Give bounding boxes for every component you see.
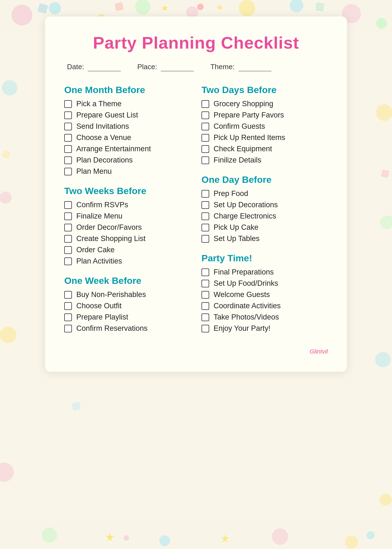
section-one-week-before: One Week Before Buy Non-Perishables Choo… xyxy=(64,275,191,333)
list-item: Pick Up Rented Items xyxy=(201,133,328,142)
section-two-weeks-before-title: Two Weeks Before xyxy=(64,186,191,196)
checkbox[interactable] xyxy=(201,224,209,231)
list-item: Confirm Reservations xyxy=(64,324,191,333)
date-field: Date: xyxy=(67,62,121,71)
list-item: Check Equipment xyxy=(201,145,328,153)
checkbox[interactable] xyxy=(64,313,72,321)
checkbox[interactable] xyxy=(64,145,72,153)
section-one-month-before-title: One Month Before xyxy=(64,85,191,95)
item-label: Pick a Theme xyxy=(76,100,122,108)
section-one-week-before-title: One Week Before xyxy=(64,275,191,286)
checkbox[interactable] xyxy=(201,235,209,243)
item-label: Order Decor/Favors xyxy=(76,223,142,232)
list-item: Create Shopping List xyxy=(64,234,191,243)
item-label: Send Invitations xyxy=(76,122,129,131)
place-field: Place: xyxy=(137,62,194,71)
item-label: Enjoy Your Party! xyxy=(214,324,270,333)
checkbox[interactable] xyxy=(201,268,209,276)
list-item: Confirm RSVPs xyxy=(64,201,191,209)
checkbox[interactable] xyxy=(64,123,72,130)
section-two-days-before: Two Days Before Grocery Shopping Prepare… xyxy=(201,85,328,164)
item-label: Plan Menu xyxy=(76,167,112,176)
watermark: Glintvil xyxy=(64,348,328,355)
item-label: Take Photos/Videos xyxy=(214,313,279,321)
section-one-day-before-title: One Day Before xyxy=(201,174,328,185)
item-label: Coordinate Activities xyxy=(214,302,281,310)
section-one-month-before: One Month Before Pick a Theme Prepare Gu… xyxy=(64,85,191,176)
section-two-weeks-before: Two Weeks Before Confirm RSVPs Finalize … xyxy=(64,186,191,265)
checkbox[interactable] xyxy=(64,246,72,254)
item-label: Finilize Details xyxy=(214,156,261,164)
item-label: Choose Outfit xyxy=(76,302,122,310)
checkbox[interactable] xyxy=(64,235,72,243)
checkbox[interactable] xyxy=(201,201,209,209)
checkbox[interactable] xyxy=(64,100,72,108)
item-label: Prepare Playlist xyxy=(76,313,128,321)
checkbox[interactable] xyxy=(64,302,72,310)
item-label: Choose a Venue xyxy=(76,133,131,142)
item-label: Check Equipment xyxy=(214,145,272,153)
item-label: Final Preparations xyxy=(214,268,274,276)
item-label: Welcome Guests xyxy=(214,290,270,299)
item-label: Prepare Guest List xyxy=(76,111,138,119)
checkbox[interactable] xyxy=(201,134,209,142)
theme-label: Theme: xyxy=(210,63,234,71)
checkbox[interactable] xyxy=(201,145,209,153)
item-label: Buy Non-Perishables xyxy=(76,290,146,299)
checkbox[interactable] xyxy=(201,100,209,108)
checkbox[interactable] xyxy=(64,257,72,265)
checkbox[interactable] xyxy=(64,134,72,142)
checkbox[interactable] xyxy=(64,325,72,332)
list-item: Choose a Venue xyxy=(64,133,191,142)
right-column: Two Days Before Grocery Shopping Prepare… xyxy=(201,85,328,343)
item-label: Plan Activities xyxy=(76,257,122,265)
checkbox[interactable] xyxy=(64,111,72,119)
date-label: Date: xyxy=(67,63,84,71)
place-label: Place: xyxy=(137,63,157,71)
list-item: Coordinate Activities xyxy=(201,302,328,310)
list-item: Plan Decorations xyxy=(64,156,191,164)
item-label: Set Up Food/Drinks xyxy=(214,279,278,288)
checkbox[interactable] xyxy=(201,325,209,332)
checkbox[interactable] xyxy=(64,168,72,175)
checkbox[interactable] xyxy=(201,212,209,220)
list-item: Arrange Entertainment xyxy=(64,145,191,153)
list-item: Set Up Food/Drinks xyxy=(201,279,328,288)
item-label: Order Cake xyxy=(76,246,115,254)
checkbox[interactable] xyxy=(201,123,209,130)
list-item: Order Cake xyxy=(64,246,191,254)
list-item: Set Up Tables xyxy=(201,234,328,243)
checkbox[interactable] xyxy=(64,156,72,164)
checkbox[interactable] xyxy=(201,302,209,310)
theme-underline xyxy=(239,62,271,71)
checkbox[interactable] xyxy=(64,224,72,231)
list-item: Charge Electronics xyxy=(201,212,328,220)
checkbox[interactable] xyxy=(201,156,209,164)
checkbox[interactable] xyxy=(64,201,72,209)
checklist-grid: One Month Before Pick a Theme Prepare Gu… xyxy=(64,85,328,343)
checkbox[interactable] xyxy=(201,291,209,299)
list-item: Choose Outfit xyxy=(64,302,191,310)
item-label: Confirm Guests xyxy=(214,122,265,131)
checkbox[interactable] xyxy=(201,111,209,119)
item-label: Arrange Entertainment xyxy=(76,145,151,153)
list-item: Plan Menu xyxy=(64,167,191,176)
checkbox[interactable] xyxy=(201,280,209,287)
meta-fields: Date: Place: Theme: xyxy=(64,62,328,71)
item-label: Confirm Reservations xyxy=(76,324,148,333)
item-label: Pick Up Cake xyxy=(214,223,259,232)
item-label: Prep Food xyxy=(214,189,248,198)
checkbox[interactable] xyxy=(201,313,209,321)
item-label: Confirm RSVPs xyxy=(76,201,128,209)
checkbox[interactable] xyxy=(64,212,72,220)
checkbox[interactable] xyxy=(201,190,209,198)
checklist-card: Party Planning Checklist Date: Place: Th… xyxy=(45,16,347,372)
place-underline xyxy=(161,62,194,71)
item-label: Plan Decorations xyxy=(76,156,133,164)
list-item: Buy Non-Perishables xyxy=(64,290,191,299)
item-label: Finalize Menu xyxy=(76,212,122,220)
item-label: Create Shopping List xyxy=(76,234,145,243)
section-party-time-title: Party Time! xyxy=(201,253,328,264)
checkbox[interactable] xyxy=(64,291,72,299)
list-item: Prep Food xyxy=(201,189,328,198)
